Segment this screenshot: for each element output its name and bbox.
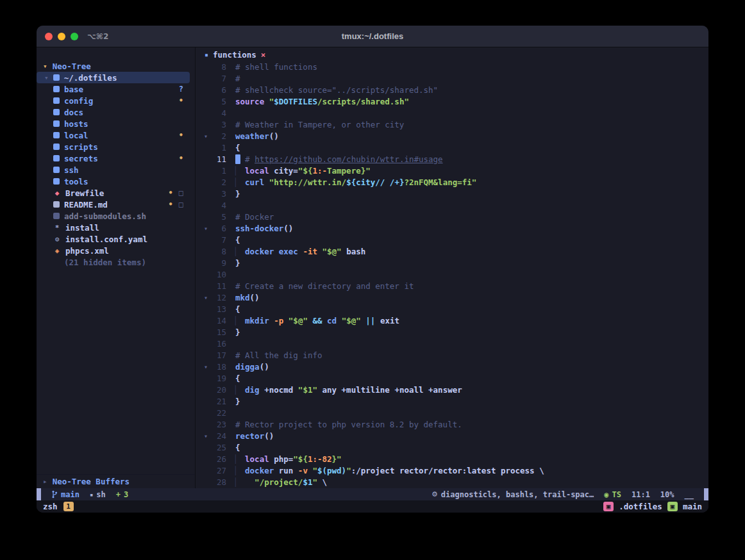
fold-column [201,338,211,350]
tree-item-hosts[interactable]: hosts [37,118,190,129]
code-line[interactable]: 11# Create a new directory and enter it [201,281,708,292]
zoom-window-button[interactable] [71,33,78,40]
cursor-block [235,154,240,164]
tab-close-icon[interactable]: × [261,50,266,60]
code-token: { [235,235,240,245]
code-line[interactable]: 7# [201,73,708,85]
close-window-button[interactable] [45,33,53,40]
folder-open-icon [53,74,60,81]
tmux-window-index-badge[interactable]: 1 [63,502,74,511]
cursor-position: 11:1 [632,490,650,499]
code-line[interactable]: 4 [201,200,708,211]
tab-functions[interactable]: ▪ functions × [205,50,265,60]
code-line[interactable]: 27▏ docker run -v "$(pwd)":/project rect… [201,465,708,477]
code-line[interactable]: 2▏ curl "http://wttr.in/${city// /+}?2nF… [201,177,708,188]
line-number: 3 [211,188,226,200]
code-line[interactable]: 1▏ local city="${1:-Tampere}" [201,165,708,177]
neotree-buffers-heading[interactable]: ▸ Neo-Tree Buffers [37,474,195,488]
filetype-indicator: ▪ sh [90,490,106,499]
code-token: :/project rector/rector:latest process [351,466,540,475]
fold-chevron-icon[interactable]: ▾ [201,292,211,304]
code-line[interactable]: 5source "$DOTFILES/scripts/shared.sh" [201,96,708,108]
line-number: 13 [211,304,226,315]
code-line[interactable]: 7{ [201,235,708,246]
code-line[interactable]: 25{ [201,442,708,454]
git-status-badges: • [179,154,190,163]
tree-item-local[interactable]: local• [37,129,190,141]
chevron-down-icon[interactable]: ▾ [44,74,49,82]
code-line[interactable]: 13{ [201,304,708,315]
tree-item-add-submodules.sh[interactable]: add-submodules.sh [37,210,190,222]
code-line[interactable]: 17# All the dig info [201,350,708,361]
neotree-heading[interactable]: ▾ Neo-Tree [37,60,195,72]
code-line[interactable]: 15} [201,327,708,338]
git-status-badges: •□ [169,188,190,197]
mode-indicator-block [37,488,41,500]
code-line[interactable]: 9} [201,258,708,269]
folder-icon [53,97,60,104]
tree-item-readme.md[interactable]: README.md•□ [37,199,190,210]
folder-icon [53,132,60,138]
line-number: 17 [211,350,226,361]
code-line[interactable]: 4 [201,108,708,119]
fold-chevron-icon[interactable]: ▾ [201,131,211,142]
tree-item-secrets[interactable]: secrets• [37,152,190,164]
code-line[interactable]: 14▏ mkdir -p "$@" && cd "$@" || exit [201,315,708,327]
code-line[interactable]: 23# Rector project to php version 8.2 by… [201,419,708,431]
tree-item-config[interactable]: config• [37,95,190,106]
git-branch[interactable]: main [51,490,80,499]
statusline: main ▪ sh + 3 ⚙ diagnosticls, bashls, tr… [37,488,708,500]
code-line[interactable]: ▾24rector() [201,431,708,442]
fold-chevron-icon[interactable]: ▾ [201,431,211,442]
code-line[interactable]: 3} [201,188,708,200]
code-line[interactable]: 16 [201,338,708,350]
folder-icon: ▣ [607,502,611,511]
code-line[interactable]: 20▏ dig +nocmd "$1" any +multiline +noal… [201,384,708,396]
titlebar[interactable]: ⌥⌘2 tmux:~/.dotfiles [37,26,708,47]
tree-item-docs[interactable]: docs [37,106,190,118]
line-number: 1 [211,142,226,154]
code-text: } [235,396,240,408]
tree-item-tools[interactable]: tools [37,176,190,187]
tree-item-install.conf.yaml[interactable]: ⚙install.conf.yaml [37,233,190,245]
fold-chevron-icon[interactable]: ▾ [201,223,211,235]
tree-item-install[interactable]: *install [37,222,190,233]
code-line[interactable]: 6# shellcheck source="../scripts/shared.… [201,85,708,96]
code-area[interactable]: 8# shell functions 7# 6# shellcheck sour… [196,62,708,488]
tree-item-scripts[interactable]: scripts [37,141,190,152]
tree-item-ssh[interactable]: ssh [37,164,190,176]
folder-icon [53,120,60,127]
code-line[interactable]: 3# Weather in Tampere, or other city [201,119,708,131]
code-line[interactable]: 26▏ local php="${1:-82}" [201,454,708,465]
code-token: " [346,466,351,475]
fold-chevron-icon[interactable]: ▾ [201,361,211,373]
code-line[interactable]: ▾12mkd() [201,292,708,304]
tree-item-base[interactable]: base? [37,83,190,95]
code-line[interactable]: 11 # https://github.com/chubin/wttr.in#u… [201,154,708,165]
tmux-path-badge: ▣ [603,502,614,511]
code-line[interactable]: ▾18digga() [201,361,708,373]
code-token: } [235,258,240,268]
code-line[interactable]: 22 [201,408,708,419]
tree-item-.dotfiles[interactable]: ▾~/.dotfiles [37,72,190,83]
tree-item-brewfile[interactable]: ◆Brewfile•□ [37,187,190,199]
code-line[interactable]: 8▏ docker exec -it "$@" bash [201,246,708,258]
code-line[interactable]: 10 [201,269,708,281]
code-line[interactable]: 21} [201,396,708,408]
code-line[interactable]: 1{ [201,142,708,154]
xml-icon: ◈ [53,247,61,255]
code-token: mkd [235,293,250,302]
code-line[interactable]: ▾6ssh-docker() [201,223,708,235]
code-token: Tampere}" [327,166,371,176]
tmux-window-name[interactable]: zsh [43,502,58,511]
code-line[interactable]: 19{ [201,373,708,384]
code-line[interactable]: 8# shell functions [201,62,708,73]
code-line[interactable]: 28▏ "/project/$1" \ [201,477,708,488]
code-line[interactable]: 5# Docker [201,211,708,223]
star-icon: * [53,224,61,232]
minimize-window-button[interactable] [58,33,65,40]
line-number: 6 [211,223,226,235]
tree-item-21-hidden-items[interactable]: (21 hidden items) [37,256,190,268]
code-line[interactable]: ▾2weather() [201,131,708,142]
tree-item-phpcs.xml[interactable]: ◈phpcs.xml [37,245,190,256]
